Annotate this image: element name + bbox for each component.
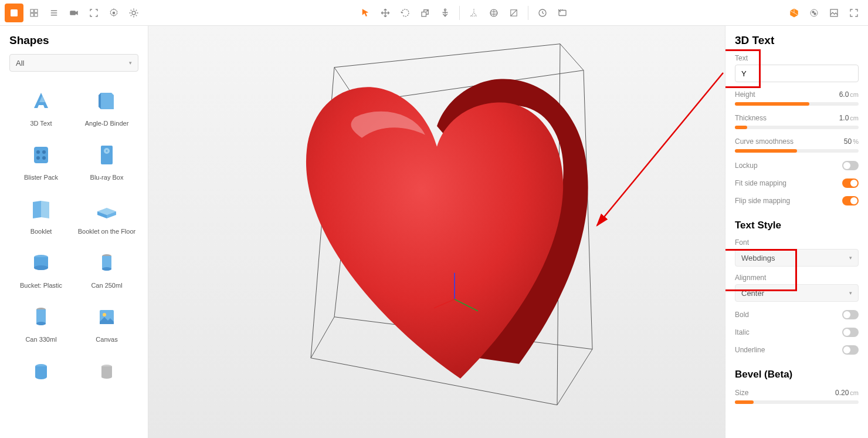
shape-label: Blu-ray Box (90, 174, 124, 181)
chevron-down-icon: ▾ (849, 255, 852, 261)
svg-rect-8 (70, 11, 76, 15)
chevron-down-icon: ▾ (129, 60, 132, 66)
shape-can330[interactable]: Can 330ml (9, 298, 73, 349)
shape-extra1[interactable] (9, 352, 73, 390)
shape-label: Bucket: Plastic (20, 282, 62, 289)
shape-label: Canvas (96, 336, 117, 343)
align-select[interactable]: Center ▾ (735, 284, 859, 302)
rendered-object (232, 29, 642, 417)
shape-label: Can 250ml (91, 282, 122, 289)
thickness-value: 1.0 (839, 114, 849, 122)
svg-point-22 (42, 150, 46, 154)
snap-tool[interactable] (464, 4, 483, 22)
svg-point-27 (106, 150, 108, 152)
fitside-toggle[interactable] (842, 178, 859, 188)
inspector-panel: 3D Text Text Height 6.0cm Thickness 1.0c… (725, 26, 868, 438)
history-tool[interactable] (533, 4, 552, 22)
thickness-slider[interactable] (735, 126, 859, 129)
camera-button[interactable] (65, 4, 83, 22)
render-tool[interactable] (553, 4, 572, 22)
shapes-grid: 3D Text Angle-D Binder Blister Pack Blu-… (9, 82, 138, 390)
lockup-label: Lockup (735, 161, 758, 170)
height-slider[interactable] (735, 102, 859, 106)
sun-button[interactable] (124, 4, 143, 22)
image-icon[interactable] (825, 4, 843, 22)
separator (459, 6, 460, 20)
settings-button[interactable] (104, 4, 123, 22)
lockup-toggle[interactable] (842, 161, 859, 170)
shape-blister[interactable]: Blister Pack (9, 136, 73, 187)
bevelsize-label: Size (735, 389, 748, 397)
shape-label: Can 330ml (25, 336, 56, 343)
shape-booklet-floor[interactable]: Booklet on the Floor (75, 190, 138, 241)
move-tool[interactable] (376, 4, 395, 22)
scale-tool[interactable] (416, 4, 435, 22)
height-label: Height (735, 90, 755, 99)
underline-toggle[interactable] (842, 345, 859, 355)
shape-3d-text[interactable]: 3D Text (9, 82, 73, 133)
svg-rect-3 (30, 13, 33, 16)
svg-point-10 (132, 11, 135, 15)
grid-button[interactable] (25, 4, 43, 22)
anchor-tool[interactable] (436, 4, 455, 22)
svg-point-21 (36, 150, 40, 154)
align-label: Alignment (735, 274, 859, 282)
shape-label: Angle-D Binder (85, 120, 129, 127)
material-tool[interactable] (504, 4, 523, 22)
shape-label: 3D Text (30, 120, 52, 127)
shape-bluray[interactable]: Blu-ray Box (75, 136, 138, 187)
shape-canvas[interactable]: Canvas (75, 298, 138, 349)
textstyle-title: Text Style (735, 220, 859, 231)
frame-button[interactable] (84, 4, 103, 22)
checker-icon[interactable] (805, 4, 823, 22)
svg-point-29 (34, 265, 48, 270)
shapes-panel: Shapes All ▾ 3D Text Angle-D Binder Blis… (0, 26, 148, 438)
bevel-title: Bevel (Beta) (735, 369, 859, 380)
shape-can250[interactable]: Can 250ml (75, 244, 138, 295)
curve-unit: % (853, 138, 859, 145)
chevron-down-icon: ▾ (849, 290, 852, 296)
bevelsize-slider[interactable] (735, 400, 859, 404)
font-select[interactable]: Webdings ▾ (735, 249, 859, 267)
add-button[interactable] (5, 4, 23, 22)
shape-binder[interactable]: Angle-D Binder (75, 82, 138, 133)
shape-label: Booklet on the Floor (78, 228, 135, 235)
flipside-label: Flip side mapping (735, 197, 790, 205)
shapes-filter[interactable]: All ▾ (9, 54, 138, 72)
svg-rect-2 (35, 9, 38, 12)
viewport[interactable] (148, 26, 725, 438)
bold-toggle[interactable] (842, 310, 859, 319)
italic-toggle[interactable] (842, 328, 859, 337)
text-label: Text (735, 54, 859, 62)
flipside-toggle[interactable] (842, 196, 859, 205)
shape-extra2[interactable] (75, 352, 138, 390)
thickness-label: Thickness (735, 114, 767, 122)
font-value: Webdings (741, 254, 775, 262)
separator (528, 6, 528, 20)
svg-point-31 (102, 267, 111, 271)
svg-point-23 (36, 156, 40, 160)
svg-point-35 (103, 313, 106, 316)
svg-rect-4 (35, 13, 38, 16)
cube-icon[interactable] (785, 4, 803, 22)
shape-booklet[interactable]: Booklet (9, 190, 73, 241)
curve-slider[interactable] (735, 149, 859, 153)
bevelsize-unit: cm (850, 389, 859, 396)
text-input[interactable] (735, 65, 859, 82)
bevelsize-value: 0.20 (835, 389, 849, 397)
italic-label: Italic (735, 328, 750, 336)
fullscreen-icon[interactable] (845, 4, 863, 22)
globe-tool[interactable] (484, 4, 503, 22)
font-label: Font (735, 238, 859, 247)
pointer-tool[interactable] (356, 4, 375, 22)
underline-label: Underline (735, 346, 765, 354)
svg-rect-19 (830, 9, 838, 16)
rotate-tool[interactable] (396, 4, 415, 22)
list-button[interactable] (45, 4, 63, 22)
svg-rect-20 (34, 147, 48, 163)
shape-bucket[interactable]: Bucket: Plastic (9, 244, 73, 295)
inspector-title: 3D Text (735, 34, 859, 47)
curve-value: 50 (844, 137, 852, 146)
svg-point-33 (36, 322, 46, 325)
height-value: 6.0 (839, 90, 849, 99)
